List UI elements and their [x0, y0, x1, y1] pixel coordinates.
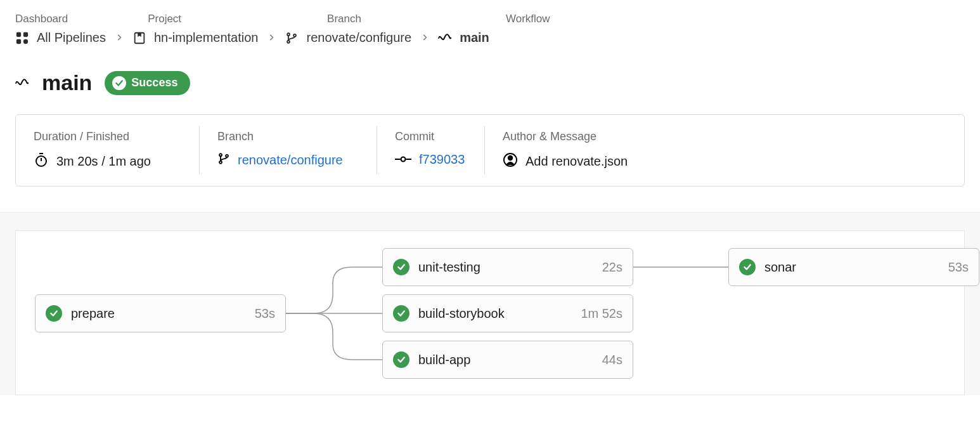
- job-name: prepare: [71, 306, 246, 321]
- breadcrumb: All Pipelines hn-implementation renovate…: [15, 30, 965, 45]
- crumb-label-branch: Branch: [327, 13, 361, 25]
- chevron-right-icon: [420, 30, 429, 45]
- check-circle-icon: [393, 351, 409, 368]
- info-label: Commit: [395, 130, 467, 143]
- workflow-icon: [438, 31, 452, 45]
- svg-point-5: [288, 33, 290, 36]
- job-duration: 44s: [602, 353, 622, 367]
- job-prepare[interactable]: prepare 53s: [35, 294, 286, 332]
- job-name: unit-testing: [418, 260, 593, 275]
- crumb-all-pipelines[interactable]: All Pipelines: [15, 30, 106, 45]
- crumb-text: All Pipelines: [37, 30, 106, 45]
- check-circle-icon: [393, 259, 409, 275]
- svg-point-15: [401, 157, 406, 162]
- svg-point-7: [294, 34, 297, 36]
- job-unit-testing[interactable]: unit-testing 22s: [382, 248, 633, 286]
- svg-rect-0: [16, 32, 21, 36]
- workflow-canvas: prepare 53s unit-testing 22s build-story…: [15, 230, 965, 395]
- crumb-label-dashboard: Dashboard: [15, 13, 68, 25]
- chevron-right-icon: [267, 30, 276, 45]
- check-circle-icon: [739, 259, 756, 275]
- job-duration: 1m 52s: [581, 306, 622, 321]
- chevron-right-icon: [115, 30, 124, 45]
- job-name: build-storybook: [418, 306, 572, 321]
- workflow-name: main: [42, 70, 92, 95]
- job-name: sonar: [764, 260, 939, 275]
- branch-icon: [217, 152, 230, 168]
- svg-point-12: [219, 161, 222, 164]
- commit-icon: [395, 152, 411, 167]
- status-text: Success: [131, 76, 177, 89]
- svg-point-11: [219, 154, 222, 156]
- svg-rect-1: [23, 32, 28, 36]
- svg-point-8: [450, 37, 452, 39]
- workflow-title-row: main Success: [15, 70, 965, 95]
- info-label: Branch: [217, 130, 359, 143]
- stopwatch-icon: [34, 152, 49, 171]
- job-name: build-app: [418, 353, 593, 367]
- info-branch: Branch renovate/configure: [200, 126, 377, 174]
- crumb-text: main: [460, 30, 489, 45]
- crumb-project[interactable]: hn-implementation: [132, 30, 259, 45]
- crumb-label-project: Project: [148, 13, 181, 25]
- svg-point-3: [23, 39, 28, 43]
- crumb-label-workflow: Workflow: [506, 13, 550, 25]
- duration-value: 3m 20s / 1m ago: [56, 154, 151, 169]
- job-build-app[interactable]: build-app 44s: [382, 341, 633, 379]
- job-sonar[interactable]: sonar 53s: [728, 248, 979, 286]
- info-label: Duration / Finished: [34, 130, 181, 143]
- dashboard-icon: [15, 31, 29, 45]
- svg-point-13: [226, 155, 228, 157]
- user-icon: [503, 152, 518, 171]
- info-bar: Duration / Finished 3m 20s / 1m ago Bran…: [15, 114, 965, 187]
- job-duration: 53s: [948, 260, 969, 275]
- branch-link[interactable]: renovate/configure: [238, 153, 343, 167]
- svg-point-9: [27, 82, 29, 84]
- info-label: Author & Message: [503, 130, 946, 143]
- commit-message: Add renovate.json: [525, 154, 628, 169]
- workflow-canvas-wrap: prepare 53s unit-testing 22s build-story…: [0, 212, 980, 395]
- check-circle-icon: [112, 76, 126, 90]
- svg-point-6: [288, 40, 290, 43]
- bookmark-icon: [132, 31, 146, 45]
- crumb-workflow[interactable]: main: [438, 30, 489, 45]
- workflow-icon: [15, 76, 29, 90]
- job-duration: 53s: [255, 306, 275, 321]
- check-circle-icon: [393, 305, 409, 322]
- svg-rect-2: [16, 39, 21, 43]
- crumb-text: renovate/configure: [306, 30, 411, 45]
- job-build-storybook[interactable]: build-storybook 1m 52s: [382, 294, 633, 332]
- crumb-text: hn-implementation: [154, 30, 259, 45]
- check-circle-icon: [46, 305, 62, 322]
- job-duration: 22s: [602, 260, 622, 275]
- branch-icon: [285, 31, 299, 45]
- commit-link[interactable]: f739033: [419, 152, 465, 167]
- info-author: Author & Message Add renovate.json: [485, 126, 964, 174]
- status-badge: Success: [105, 71, 190, 95]
- info-duration: Duration / Finished 3m 20s / 1m ago: [16, 126, 200, 174]
- svg-point-18: [508, 156, 512, 160]
- info-commit: Commit f739033: [377, 126, 485, 174]
- breadcrumb-labels: Dashboard Project Branch Workflow: [15, 13, 965, 25]
- crumb-branch[interactable]: renovate/configure: [285, 30, 411, 45]
